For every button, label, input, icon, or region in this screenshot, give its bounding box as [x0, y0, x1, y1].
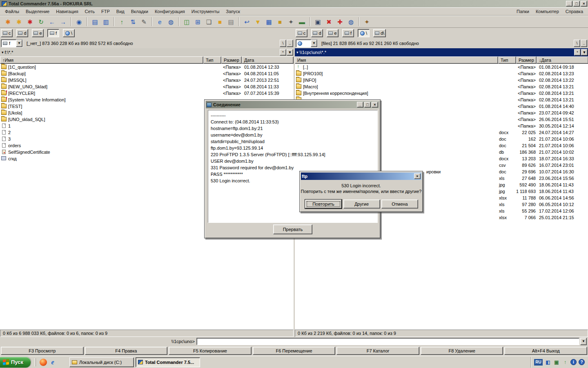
drive-button-right-f[interactable]: f	[342, 29, 354, 37]
command-input[interactable]	[196, 338, 579, 345]
start-button[interactable]: Пуск	[0, 357, 31, 368]
close-button[interactable]: ×	[581, 1, 587, 7]
drive-button-left-e[interactable]: e	[32, 29, 44, 37]
reread-target-icon[interactable]: ✱	[13, 16, 24, 27]
menu-item-3[interactable]: Сеть	[82, 8, 98, 15]
fkey-f5[interactable]: F5 Копирование	[169, 347, 252, 355]
file-row[interactable]: [1C_question]<Папка>01.08.2014 12:33	[0, 64, 294, 70]
file-row[interactable]: [PRO100]<Папка>02.08.2014 13:23	[295, 70, 588, 77]
other-button[interactable]: Другие	[343, 200, 380, 209]
ftp-new-connection-icon[interactable]: ✚	[334, 16, 345, 27]
maximize-button[interactable]: □	[573, 1, 580, 7]
minimize-button[interactable]: _	[566, 1, 572, 7]
ie-icon[interactable]: e	[49, 359, 56, 366]
drive-button-right-d[interactable]: d\	[373, 29, 386, 37]
left-brief-view-button[interactable]: *	[280, 49, 286, 56]
fkey-f7[interactable]: F7 Каталог	[336, 347, 419, 355]
file-row[interactable]: [..]<Папка>01.08.2014 09:18	[295, 64, 588, 70]
tree-left-icon[interactable]: ▤	[89, 16, 100, 27]
ftp-dialog-titlebar[interactable]: ftp ×	[301, 173, 421, 180]
drive-button-left-c[interactable]: c	[1, 29, 13, 37]
swap-panels-icon[interactable]: ↻	[36, 16, 47, 27]
column-header-0[interactable]: ↑Имя	[0, 56, 203, 64]
file-row[interactable]: [INFO]<Папка>02.08.2014 13:22	[295, 77, 588, 83]
network-globe-icon[interactable]: ◍	[165, 16, 176, 27]
column-header-3[interactable]: ↓Дата	[537, 56, 588, 64]
ftp-disconnect-icon[interactable]: ✖	[323, 16, 334, 27]
menu-item-0[interactable]: Файлы	[2, 8, 22, 15]
drive-button-left-f[interactable]: f	[47, 29, 59, 37]
parent-dir-icon[interactable]: ↑	[116, 16, 127, 27]
tc-tray-icon[interactable]: ◧	[545, 359, 551, 366]
fkey-f6[interactable]: F6 Перемещение	[253, 347, 336, 355]
connection-dialog-titlebar[interactable]: Соединение _ □ ×	[206, 101, 379, 108]
fkey-f8[interactable]: F8 Удаление	[421, 347, 503, 355]
column-header-1[interactable]: Тип	[203, 56, 221, 64]
open-folder-icon[interactable]: ■	[274, 16, 285, 27]
taskbar-task-1[interactable]: Total Commander 7.5...	[136, 357, 200, 367]
column-header-2[interactable]: Размер	[516, 56, 537, 64]
grid-view-icon[interactable]: ▦	[263, 16, 274, 27]
cancel-button[interactable]: Отмена	[381, 200, 418, 209]
menu-right-item-0[interactable]: Папки	[513, 8, 532, 15]
ftp-connect-icon[interactable]: ◍	[345, 16, 356, 27]
drive-button-left-net[interactable]: \	[63, 29, 75, 37]
retry-button[interactable]: Повторить	[305, 200, 342, 209]
new-window-icon[interactable]: ❏	[203, 16, 214, 27]
menu-item-2[interactable]: Навигация	[53, 8, 81, 15]
info-tray-icon[interactable]: i	[570, 359, 577, 365]
firefox-icon[interactable]	[40, 359, 47, 366]
filter-icon[interactable]: ▼	[252, 16, 263, 27]
remote-desktop-icon[interactable]: ▣	[312, 16, 323, 27]
menu-item-9[interactable]: Запуск	[223, 8, 243, 15]
undo-icon[interactable]: ↩	[241, 16, 252, 27]
abort-button[interactable]: Прервать	[273, 224, 312, 234]
menu-item-6[interactable]: Вкладки	[128, 8, 151, 15]
left-drive-combo[interactable]: f ▼	[1, 39, 23, 47]
browser-icon[interactable]: e	[154, 16, 165, 27]
drive-button-right-c[interactable]: c	[296, 29, 307, 37]
drive-combo-arrow[interactable]: ▼	[311, 40, 317, 47]
column-header-2[interactable]: Размер	[221, 56, 242, 64]
column-header-0[interactable]: Имя	[295, 56, 498, 64]
display-tray-icon[interactable]: ▣	[553, 359, 560, 366]
tools-icon[interactable]: ✦	[285, 16, 296, 27]
right-drive-combo[interactable]: ▼	[296, 39, 318, 47]
language-indicator[interactable]: RU	[534, 359, 543, 366]
fkey-f3[interactable]: F3 Просмотр	[1, 347, 84, 355]
file-row[interactable]: [NEW_UNO_Sklad]<Папка>04.08.2014 11:33	[0, 83, 294, 90]
column-header-3[interactable]: Дата	[242, 56, 294, 64]
connection-minimize-button[interactable]: _	[357, 102, 363, 108]
right-brief-view-button[interactable]: *	[574, 49, 581, 56]
vertical-panels-icon[interactable]: ⊞	[192, 16, 203, 27]
connection-maximize-button[interactable]: □	[364, 102, 371, 108]
left-path-history-button[interactable]: ▼	[287, 49, 293, 56]
tree-right-icon[interactable]: ▥	[100, 16, 111, 27]
taskbar-task-0[interactable]: Локальный диск (C:)	[69, 357, 134, 367]
menu-item-7[interactable]: Конфигурация	[151, 8, 188, 15]
right-path-bar[interactable]: ▾ \\1cpc\uno\*.* * ▼	[295, 48, 588, 56]
history-forward-icon[interactable]: →	[58, 16, 69, 27]
edit-icon[interactable]: ✎	[138, 16, 149, 27]
help-tray-icon[interactable]: ?	[579, 359, 585, 365]
drive-combo-arrow[interactable]: ▼	[16, 40, 22, 47]
drive-button-left-d[interactable]: d	[16, 29, 28, 37]
left-root-dir-button[interactable]: \	[280, 40, 286, 47]
reread-all-icon[interactable]: ✱	[24, 16, 36, 27]
left-path-bar[interactable]: ▾ f:\*.* * ▼	[0, 48, 294, 56]
fkey-altf4[interactable]: Alt+F4 Выход	[504, 347, 587, 355]
connection-close-button[interactable]: ×	[372, 102, 378, 108]
ftp-dialog-close-button[interactable]: ×	[414, 173, 421, 179]
right-path-history-button[interactable]: ▼	[581, 49, 588, 56]
menu-right-item-2[interactable]: Справка	[562, 8, 586, 15]
column-header-1[interactable]: Тип	[498, 56, 516, 64]
left-parent-dir-button[interactable]: ..	[287, 40, 293, 47]
right-parent-dir-button[interactable]: ..	[581, 40, 587, 47]
drive-button-right-d[interactable]: d	[311, 29, 323, 37]
file-row[interactable]: [MSSQL]<Папка>24.07.2013 22:51	[0, 77, 294, 83]
file-row[interactable]: [Macro]<Папка>02.08.2014 13:21	[295, 83, 588, 90]
sort-icon[interactable]: ⇅	[127, 16, 138, 27]
archive-icon[interactable]: ▬	[296, 16, 307, 27]
file-row[interactable]: [RECYCLER]<Папка>07.07.2014 15:39	[0, 90, 294, 96]
drive-button-right-net[interactable]: \	[358, 29, 370, 37]
